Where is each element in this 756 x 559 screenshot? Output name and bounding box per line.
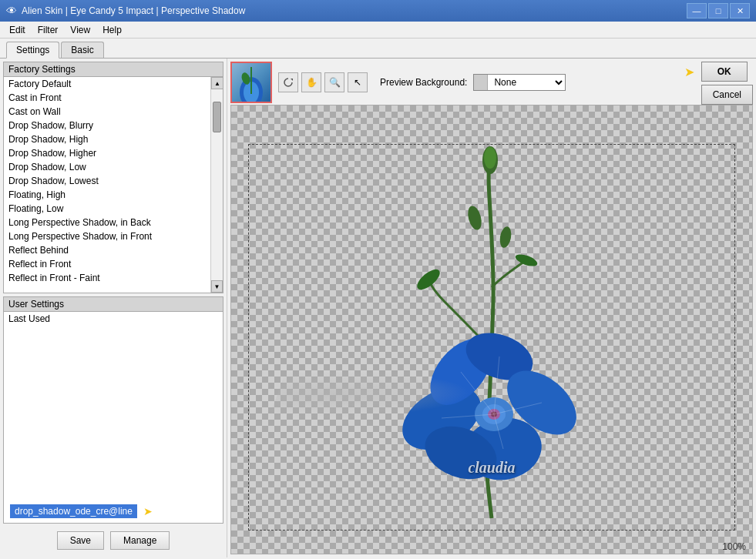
preview-area: claudia 100% xyxy=(230,105,753,554)
svg-point-10 xyxy=(499,226,513,249)
pointer-icon: ↖ xyxy=(354,77,361,88)
thumbnail-svg xyxy=(232,63,270,102)
minimize-button[interactable]: — xyxy=(687,3,707,18)
zoom-tool-button[interactable]: 🔍 xyxy=(324,72,344,92)
zoom-level: 100% xyxy=(722,541,746,552)
scroll-down-arrow[interactable]: ▼ xyxy=(211,280,223,293)
window-title: Alien Skin | Eye Candy 5 Impact | Perspe… xyxy=(22,5,245,16)
factory-settings-section: Factory Settings Factory Default Cast in… xyxy=(3,62,223,293)
list-item-floating-high[interactable]: Floating, High xyxy=(4,188,223,202)
reset-icon xyxy=(283,77,294,88)
list-item-reflect-front-faint[interactable]: Reflect in Front - Faint xyxy=(4,271,223,285)
bottom-buttons: Save Manage xyxy=(3,527,223,554)
preview-toolbar-row: ✋ 🔍 ↖ Preview Background: None White xyxy=(230,62,566,103)
list-item-drop-lowest[interactable]: Drop Shadow, Lowest xyxy=(4,174,223,188)
list-item-drop-higher[interactable]: Drop Shadow, Higher xyxy=(4,146,223,160)
thumbnail-image xyxy=(232,63,270,102)
scroll-up-arrow[interactable]: ▲ xyxy=(211,77,223,89)
manage-button[interactable]: Manage xyxy=(110,531,170,550)
tab-basic[interactable]: Basic xyxy=(61,42,103,58)
preview-bg-selector[interactable]: None White Black Gray xyxy=(473,74,566,91)
list-item-drop-low[interactable]: Drop Shadow, Low xyxy=(4,160,223,174)
svg-marker-4 xyxy=(291,79,293,81)
user-item-arrow-icon: ➤ xyxy=(143,505,153,517)
flower-svg xyxy=(368,118,615,549)
menu-edit[interactable]: Edit xyxy=(3,23,32,37)
tab-settings[interactable]: Settings xyxy=(6,42,59,59)
factory-settings-list[interactable]: Factory Default Cast in Front Cast on Wa… xyxy=(4,77,223,293)
menu-bar: Edit Filter View Help xyxy=(0,22,756,38)
list-item-long-back[interactable]: Long Perspective Shadow, in Back xyxy=(4,216,223,229)
selected-item-text: drop_shadow_ode_cre@line xyxy=(15,506,133,517)
svg-point-9 xyxy=(465,204,484,231)
thumbnail-preview xyxy=(230,62,272,103)
ok-arrow-icon: ➤ xyxy=(684,65,694,79)
list-item-drop-high[interactable]: Drop Shadow, High xyxy=(4,132,223,146)
list-item-factory-default[interactable]: Factory Default xyxy=(4,77,223,91)
reset-tool-button[interactable] xyxy=(278,72,298,92)
list-item-long-front[interactable]: Long Perspective Shadow, in Front xyxy=(4,229,223,243)
scroll-thumb[interactable] xyxy=(213,102,221,132)
save-button[interactable]: Save xyxy=(57,531,104,550)
selected-item-display: drop_shadow_ode_cre@line xyxy=(10,504,137,518)
hand-tool-button[interactable]: ✋ xyxy=(301,72,321,92)
menu-filter[interactable]: Filter xyxy=(32,23,65,37)
cancel-button[interactable]: Cancel xyxy=(701,85,753,105)
toolbar: ✋ 🔍 ↖ xyxy=(278,72,368,92)
tabs-bar: Settings Basic xyxy=(0,38,756,59)
user-list-item-last-used[interactable]: Last Used xyxy=(4,312,223,326)
list-item-cast-front[interactable]: Cast in Front xyxy=(4,91,223,105)
main-content: Factory Settings Factory Default Cast in… xyxy=(0,59,756,557)
menu-help[interactable]: Help xyxy=(96,23,128,37)
pointer-tool-button[interactable]: ↖ xyxy=(348,72,368,92)
preview-background-label: Preview Background: xyxy=(380,77,467,88)
watermark: claudia xyxy=(468,459,515,477)
preview-bg-select[interactable]: None White Black Gray xyxy=(488,75,565,90)
app-icon: 👁 xyxy=(6,5,17,17)
zoom-icon: 🔍 xyxy=(329,77,341,88)
ok-button[interactable]: OK xyxy=(701,62,748,82)
factory-list-scrollbar[interactable]: ▲ ▼ xyxy=(210,77,223,293)
menu-view[interactable]: View xyxy=(64,23,96,37)
right-panel: ✋ 🔍 ↖ Preview Background: None White xyxy=(227,59,756,557)
preview-top-row: ✋ 🔍 ↖ Preview Background: None White xyxy=(230,62,753,105)
factory-settings-header: Factory Settings xyxy=(4,62,223,77)
list-item-cast-wall[interactable]: Cast on Wall xyxy=(4,105,223,119)
list-item-drop-blurry[interactable]: Drop Shadow, Blurry xyxy=(4,119,223,132)
close-button[interactable]: ✕ xyxy=(730,3,750,18)
list-item-reflect-front[interactable]: Reflect in Front xyxy=(4,257,223,271)
selected-item-container: drop_shadow_ode_cre@line ➤ xyxy=(4,500,223,523)
list-item-reflect-behind[interactable]: Reflect Behind xyxy=(4,243,223,257)
title-bar: 👁 Alien Skin | Eye Candy 5 Impact | Pers… xyxy=(0,0,756,22)
preview-bg-color-swatch xyxy=(474,75,488,90)
user-settings-list[interactable]: Last Used xyxy=(4,312,223,500)
selected-item-row: drop_shadow_ode_cre@line ➤ xyxy=(7,503,220,520)
user-settings-section: User Settings Last Used drop_shadow_ode_… xyxy=(3,296,223,524)
ok-button-container: ➤ OK xyxy=(701,62,753,82)
user-settings-header: User Settings xyxy=(4,297,223,312)
hand-icon: ✋ xyxy=(306,77,318,88)
list-item-floating-low[interactable]: Floating, Low xyxy=(4,202,223,216)
shadow-effect xyxy=(269,371,479,417)
ok-cancel-area: ➤ OK Cancel xyxy=(701,62,753,105)
maximize-button[interactable]: □ xyxy=(708,3,728,18)
left-panel: Factory Settings Factory Default Cast in… xyxy=(0,59,227,557)
flower-container: claudia xyxy=(254,129,729,538)
svg-point-5 xyxy=(414,266,443,293)
svg-point-8 xyxy=(484,147,496,169)
